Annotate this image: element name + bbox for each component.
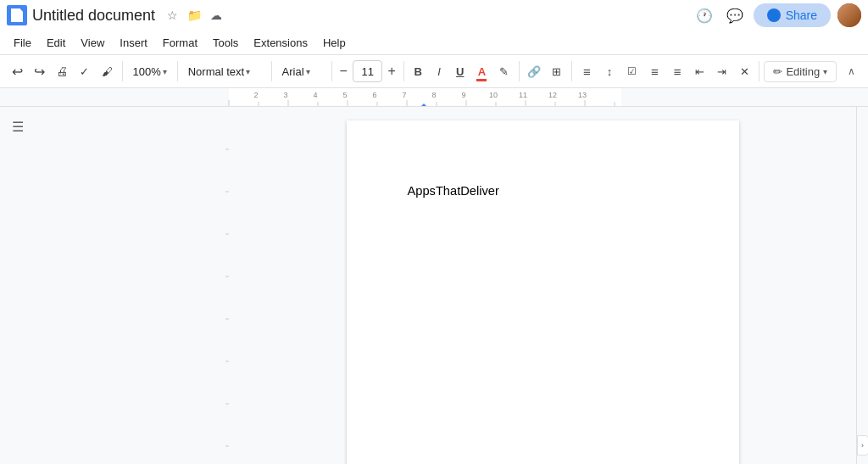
- bullet-list-button[interactable]: ≡: [644, 59, 665, 83]
- font-size-decrease-button[interactable]: −: [336, 60, 351, 82]
- svg-rect-30: [217, 107, 229, 464]
- right-sidebar: ›: [856, 107, 868, 464]
- svg-text:3: 3: [283, 91, 287, 99]
- menu-view[interactable]: View: [74, 34, 111, 52]
- toolbar-sep-2: [177, 61, 178, 81]
- clear-formatting-button[interactable]: ✕: [734, 59, 755, 83]
- doc-title[interactable]: Untitled document: [32, 7, 155, 25]
- document-content[interactable]: AppsThatDeliver: [408, 182, 678, 200]
- paint-format-button[interactable]: 🖌: [97, 59, 118, 83]
- link-button[interactable]: 🔗: [524, 59, 545, 83]
- menu-format[interactable]: Format: [156, 34, 204, 52]
- line-spacing-button[interactable]: ↕: [599, 59, 620, 83]
- left-ruler: [217, 107, 229, 464]
- doc-icon: [7, 5, 27, 25]
- document-area[interactable]: AppsThatDeliver: [229, 107, 856, 464]
- font-label: Arial: [282, 65, 304, 78]
- zoom-dropdown[interactable]: 100% ▾: [127, 62, 173, 81]
- pencil-icon: ✏: [773, 65, 782, 78]
- svg-text:4: 4: [313, 91, 317, 99]
- redo-button[interactable]: ↪: [30, 59, 51, 83]
- menu-extensions[interactable]: Extensions: [247, 34, 314, 52]
- editing-mode-dropdown[interactable]: ✏ Editing ▾: [764, 61, 837, 82]
- print-button[interactable]: 🖨: [52, 59, 73, 83]
- zoom-arrow: ▾: [163, 67, 167, 76]
- numbered-list-button[interactable]: ≡: [666, 59, 687, 83]
- svg-text:2: 2: [253, 91, 258, 99]
- indent-more-button[interactable]: ⇥: [711, 59, 732, 83]
- title-right: 🕐 💬 Share: [693, 3, 861, 27]
- underline-button[interactable]: U: [450, 60, 470, 82]
- history-icon[interactable]: 🕐: [693, 3, 716, 27]
- undo-button[interactable]: ↩: [7, 59, 28, 83]
- font-size-increase-button[interactable]: +: [384, 60, 399, 82]
- document-page[interactable]: AppsThatDeliver: [347, 120, 739, 464]
- share-label: Share: [786, 8, 817, 22]
- svg-text:11: 11: [519, 91, 527, 99]
- title-icons: ☆ 📁 ☁: [164, 7, 225, 24]
- font-size-value: 11: [361, 65, 373, 78]
- checklist-button[interactable]: ☑: [621, 59, 643, 83]
- spell-check-button[interactable]: ✓: [75, 59, 96, 83]
- menu-file[interactable]: File: [7, 34, 38, 52]
- font-dropdown[interactable]: Arial ▾: [276, 62, 327, 81]
- right-collapse-handle[interactable]: ›: [857, 435, 869, 456]
- svg-text:7: 7: [402, 91, 406, 99]
- title-bar: Untitled document ☆ 📁 ☁ 🕐 💬 Share: [0, 0, 868, 31]
- font-arrow: ▾: [306, 67, 310, 76]
- comment-icon[interactable]: 💬: [723, 3, 747, 27]
- indent-less-button[interactable]: ⇤: [689, 59, 710, 83]
- text-color-button[interactable]: A: [471, 59, 492, 83]
- align-button[interactable]: ≡: [576, 59, 598, 83]
- svg-text:13: 13: [578, 91, 587, 99]
- menu-tools[interactable]: Tools: [206, 34, 245, 52]
- style-arrow: ▾: [246, 67, 250, 76]
- toolbar-sep-4: [331, 61, 332, 81]
- outline-icon[interactable]: ☰: [12, 119, 24, 135]
- menu-bar: File Edit View Insert Format Tools Exten…: [0, 31, 868, 54]
- highlight-button[interactable]: ✎: [494, 59, 515, 83]
- share-icon: [767, 8, 781, 22]
- svg-text:8: 8: [431, 91, 436, 99]
- menu-help[interactable]: Help: [316, 34, 353, 52]
- main-area: ☰ AppsTh: [0, 107, 868, 464]
- toolbar-sep-3: [271, 61, 272, 81]
- svg-text:5: 5: [342, 91, 347, 99]
- style-label: Normal text: [188, 65, 244, 78]
- svg-text:6: 6: [372, 91, 376, 99]
- ruler-svg: // We'll do this with inline HTML 2 3 4 …: [0, 88, 868, 107]
- cloud-icon[interactable]: ☁: [208, 7, 225, 24]
- bold-button[interactable]: B: [409, 60, 428, 82]
- toolbar-collapse-button[interactable]: ∧: [842, 60, 861, 82]
- ruler: // We'll do this with inline HTML 2 3 4 …: [0, 88, 868, 107]
- toolbar-sep-6: [519, 61, 520, 81]
- star-icon[interactable]: ☆: [164, 7, 181, 24]
- share-button[interactable]: Share: [754, 3, 831, 27]
- zoom-level: 100%: [133, 65, 161, 78]
- editing-mode-arrow: ▾: [823, 67, 827, 76]
- editing-mode-label: Editing: [786, 65, 820, 78]
- menu-edit[interactable]: Edit: [40, 34, 72, 52]
- toolbar-sep-7: [571, 61, 572, 81]
- svg-text:12: 12: [548, 91, 557, 99]
- italic-button[interactable]: I: [430, 60, 449, 82]
- toolbar-sep-1: [122, 61, 123, 81]
- avatar[interactable]: [837, 3, 861, 27]
- svg-text:9: 9: [461, 91, 465, 99]
- style-dropdown[interactable]: Normal text ▾: [182, 62, 267, 81]
- toolbar-sep-5: [403, 61, 404, 81]
- font-size-input[interactable]: 11: [353, 60, 382, 82]
- toolbar: ↩ ↪ 🖨 ✓ 🖌 100% ▾ Normal text ▾ Arial ▾ −…: [0, 54, 868, 88]
- image-button[interactable]: ⊞: [547, 59, 568, 83]
- menu-insert[interactable]: Insert: [113, 34, 154, 52]
- left-sidebar: ☰: [0, 107, 229, 464]
- document-text[interactable]: AppsThatDeliver: [408, 184, 499, 198]
- vertical-ruler: [217, 107, 229, 464]
- toolbar-sep-8: [759, 61, 760, 81]
- svg-text:10: 10: [489, 91, 498, 99]
- folder-icon[interactable]: 📁: [186, 7, 203, 24]
